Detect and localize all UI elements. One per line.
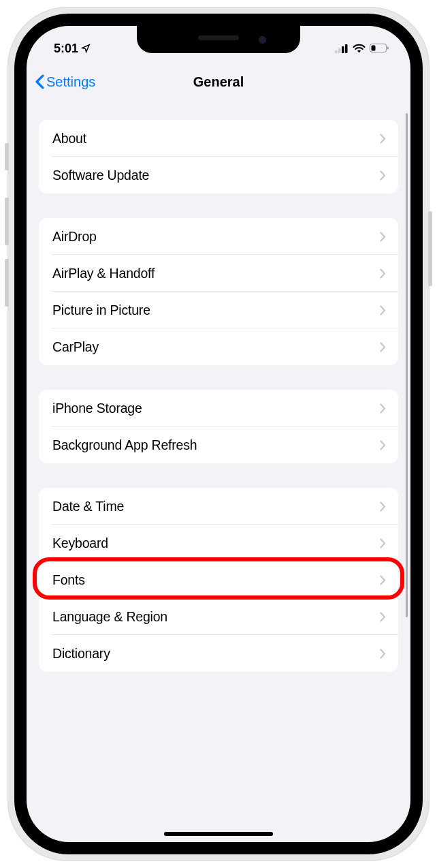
row-iphone-storage[interactable]: iPhone Storage <box>39 390 398 427</box>
svg-rect-6 <box>387 47 389 50</box>
row-label: Picture in Picture <box>52 303 150 318</box>
row-fonts[interactable]: Fonts <box>39 561 398 598</box>
chevron-right-icon <box>380 440 386 450</box>
chevron-right-icon <box>380 612 386 622</box>
row-airdrop[interactable]: AirDrop <box>39 218 398 255</box>
screen: 5:01 <box>27 26 410 842</box>
chevron-right-icon <box>380 170 386 181</box>
cellular-signal-icon <box>335 44 349 53</box>
row-label: Software Update <box>52 168 149 183</box>
row-label: iPhone Storage <box>52 401 142 416</box>
content-scroll[interactable]: About Software Update AirDrop AirPlay & <box>27 101 410 842</box>
row-label: Background App Refresh <box>52 437 197 453</box>
speaker <box>198 35 239 40</box>
scroll-indicator[interactable] <box>406 113 408 617</box>
svg-rect-3 <box>345 44 348 53</box>
row-picture-in-picture[interactable]: Picture in Picture <box>39 292 398 328</box>
row-label: AirPlay & Handoff <box>52 266 155 281</box>
row-date-time[interactable]: Date & Time <box>39 488 398 525</box>
chevron-right-icon <box>380 538 386 548</box>
settings-group-1: About Software Update <box>39 120 398 193</box>
nav-bar: Settings General <box>27 63 410 101</box>
phone-frame: 5:01 <box>7 7 430 861</box>
row-software-update[interactable]: Software Update <box>39 157 398 193</box>
svg-rect-2 <box>342 46 344 53</box>
chevron-right-icon <box>380 305 386 315</box>
status-icons <box>335 44 389 53</box>
row-language-region[interactable]: Language & Region <box>39 598 398 635</box>
chevron-right-icon <box>380 342 386 352</box>
nav-title: General <box>193 74 244 90</box>
power-button <box>428 211 432 286</box>
chevron-left-icon <box>35 74 45 89</box>
chevron-right-icon <box>380 403 386 414</box>
front-camera <box>259 36 266 44</box>
chevron-right-icon <box>380 649 386 659</box>
battery-icon <box>370 44 389 53</box>
location-icon <box>81 44 91 53</box>
row-label: Keyboard <box>52 536 108 551</box>
chevron-right-icon <box>380 575 386 585</box>
wifi-icon <box>353 44 366 53</box>
row-label: About <box>52 131 86 146</box>
row-carplay[interactable]: CarPlay <box>39 328 398 365</box>
volume-up-button <box>5 198 9 245</box>
mute-switch <box>5 143 9 170</box>
status-time: 5:01 <box>54 42 91 56</box>
settings-group-4: Date & Time Keyboard Fonts Language & Re… <box>39 488 398 672</box>
row-about[interactable]: About <box>39 120 398 157</box>
row-airplay-handoff[interactable]: AirPlay & Handoff <box>39 255 398 292</box>
row-label: Date & Time <box>52 499 124 514</box>
svg-rect-0 <box>335 50 338 53</box>
row-label: Dictionary <box>52 646 110 662</box>
volume-down-button <box>5 259 9 307</box>
row-label: Fonts <box>52 572 85 588</box>
notch <box>137 26 300 53</box>
chevron-right-icon <box>380 232 386 242</box>
phone-body: 5:01 <box>14 14 423 854</box>
row-label: CarPlay <box>52 339 99 355</box>
back-button[interactable]: Settings <box>35 74 95 90</box>
chevron-right-icon <box>380 268 386 279</box>
settings-group-3: iPhone Storage Background App Refresh <box>39 390 398 463</box>
row-keyboard[interactable]: Keyboard <box>39 525 398 561</box>
row-label: Language & Region <box>52 609 167 625</box>
row-background-app-refresh[interactable]: Background App Refresh <box>39 427 398 463</box>
time-label: 5:01 <box>54 42 78 56</box>
row-dictionary[interactable]: Dictionary <box>39 635 398 672</box>
chevron-right-icon <box>380 134 386 144</box>
back-label: Settings <box>46 74 95 90</box>
row-label: AirDrop <box>52 229 97 245</box>
svg-rect-5 <box>372 46 376 51</box>
home-indicator[interactable] <box>164 832 273 836</box>
settings-group-2: AirDrop AirPlay & Handoff Picture in Pic… <box>39 218 398 365</box>
chevron-right-icon <box>380 501 386 512</box>
svg-rect-1 <box>338 48 341 53</box>
